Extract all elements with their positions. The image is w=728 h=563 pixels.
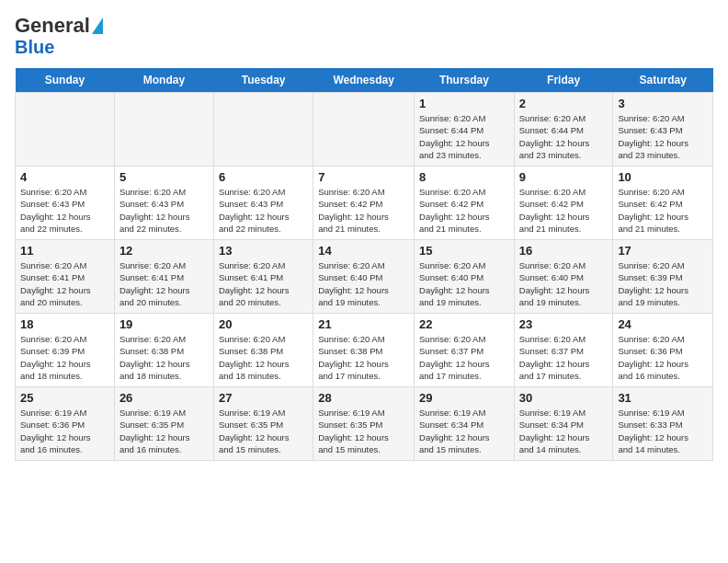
day-info: Sunrise: 6:19 AM Sunset: 6:34 PM Dayligh… xyxy=(519,407,609,455)
day-number: 11 xyxy=(20,244,109,258)
calendar-cell: 3Sunrise: 6:20 AM Sunset: 6:43 PM Daylig… xyxy=(613,93,713,167)
day-info: Sunrise: 6:20 AM Sunset: 6:41 PM Dayligh… xyxy=(219,259,308,308)
calendar-cell: 1Sunrise: 6:20 AM Sunset: 6:44 PM Daylig… xyxy=(415,93,515,167)
page-header: General Blue xyxy=(15,15,713,57)
day-number: 9 xyxy=(519,170,609,184)
day-number: 12 xyxy=(119,244,209,258)
calendar-week-row: 4Sunrise: 6:20 AM Sunset: 6:43 PM Daylig… xyxy=(16,167,713,240)
calendar-week-row: 11Sunrise: 6:20 AM Sunset: 6:41 PM Dayli… xyxy=(16,240,713,314)
day-info: Sunrise: 6:20 AM Sunset: 6:40 PM Dayligh… xyxy=(519,259,609,308)
calendar-cell: 11Sunrise: 6:20 AM Sunset: 6:41 PM Dayli… xyxy=(16,240,115,314)
col-sunday: Sunday xyxy=(16,68,115,93)
calendar-week-row: 1Sunrise: 6:20 AM Sunset: 6:44 PM Daylig… xyxy=(16,93,713,167)
calendar-cell: 13Sunrise: 6:20 AM Sunset: 6:41 PM Dayli… xyxy=(213,240,313,314)
logo-icon xyxy=(92,17,103,34)
calendar-cell: 9Sunrise: 6:20 AM Sunset: 6:42 PM Daylig… xyxy=(514,167,613,240)
day-number: 24 xyxy=(618,317,708,331)
day-number: 29 xyxy=(419,391,509,405)
day-number: 2 xyxy=(519,97,609,110)
calendar-table: Sunday Monday Tuesday Wednesday Thursday… xyxy=(15,68,713,461)
day-info: Sunrise: 6:20 AM Sunset: 6:37 PM Dayligh… xyxy=(419,333,509,382)
calendar-cell: 29Sunrise: 6:19 AM Sunset: 6:34 PM Dayli… xyxy=(415,387,515,461)
day-number: 28 xyxy=(318,391,409,405)
calendar-cell: 14Sunrise: 6:20 AM Sunset: 6:40 PM Dayli… xyxy=(313,240,415,314)
day-number: 20 xyxy=(219,317,308,331)
calendar-cell: 12Sunrise: 6:20 AM Sunset: 6:41 PM Dayli… xyxy=(114,240,213,314)
day-number: 14 xyxy=(318,244,409,258)
logo-text: General xyxy=(15,15,90,37)
day-info: Sunrise: 6:19 AM Sunset: 6:33 PM Dayligh… xyxy=(618,407,708,455)
day-info: Sunrise: 6:20 AM Sunset: 6:42 PM Dayligh… xyxy=(519,186,609,235)
calendar-cell: 31Sunrise: 6:19 AM Sunset: 6:33 PM Dayli… xyxy=(613,387,713,461)
col-friday: Friday xyxy=(514,68,613,93)
calendar-cell xyxy=(313,93,415,167)
day-number: 10 xyxy=(618,170,708,184)
day-info: Sunrise: 6:20 AM Sunset: 6:44 PM Dayligh… xyxy=(519,112,609,161)
calendar-cell: 27Sunrise: 6:19 AM Sunset: 6:35 PM Dayli… xyxy=(213,387,313,461)
day-number: 27 xyxy=(219,391,308,405)
day-number: 30 xyxy=(519,391,609,405)
calendar-cell: 5Sunrise: 6:20 AM Sunset: 6:43 PM Daylig… xyxy=(114,167,213,240)
day-number: 18 xyxy=(20,317,109,331)
day-number: 7 xyxy=(318,170,409,184)
calendar-cell: 8Sunrise: 6:20 AM Sunset: 6:42 PM Daylig… xyxy=(415,167,515,240)
day-number: 17 xyxy=(618,244,708,258)
col-wednesday: Wednesday xyxy=(313,68,415,93)
day-info: Sunrise: 6:20 AM Sunset: 6:39 PM Dayligh… xyxy=(20,333,109,382)
calendar-cell: 25Sunrise: 6:19 AM Sunset: 6:36 PM Dayli… xyxy=(16,387,115,461)
day-number: 3 xyxy=(618,97,708,110)
day-number: 4 xyxy=(20,170,109,184)
calendar-cell: 18Sunrise: 6:20 AM Sunset: 6:39 PM Dayli… xyxy=(16,314,115,387)
calendar-cell: 10Sunrise: 6:20 AM Sunset: 6:42 PM Dayli… xyxy=(613,167,713,240)
calendar-cell: 19Sunrise: 6:20 AM Sunset: 6:38 PM Dayli… xyxy=(114,314,213,387)
day-info: Sunrise: 6:20 AM Sunset: 6:40 PM Dayligh… xyxy=(318,259,409,308)
calendar-cell: 21Sunrise: 6:20 AM Sunset: 6:38 PM Dayli… xyxy=(313,314,415,387)
day-info: Sunrise: 6:20 AM Sunset: 6:42 PM Dayligh… xyxy=(318,186,409,235)
calendar-cell: 30Sunrise: 6:19 AM Sunset: 6:34 PM Dayli… xyxy=(514,387,613,461)
logo: General Blue xyxy=(15,15,103,57)
day-info: Sunrise: 6:20 AM Sunset: 6:38 PM Dayligh… xyxy=(318,333,409,382)
day-info: Sunrise: 6:20 AM Sunset: 6:43 PM Dayligh… xyxy=(119,186,209,235)
calendar-cell: 6Sunrise: 6:20 AM Sunset: 6:43 PM Daylig… xyxy=(213,167,313,240)
calendar-cell: 23Sunrise: 6:20 AM Sunset: 6:37 PM Dayli… xyxy=(514,314,613,387)
day-info: Sunrise: 6:19 AM Sunset: 6:34 PM Dayligh… xyxy=(419,407,509,455)
day-info: Sunrise: 6:20 AM Sunset: 6:38 PM Dayligh… xyxy=(119,333,209,382)
day-info: Sunrise: 6:20 AM Sunset: 6:41 PM Dayligh… xyxy=(20,259,109,308)
day-info: Sunrise: 6:20 AM Sunset: 6:40 PM Dayligh… xyxy=(419,259,509,308)
calendar-week-row: 18Sunrise: 6:20 AM Sunset: 6:39 PM Dayli… xyxy=(16,314,713,387)
calendar-cell: 20Sunrise: 6:20 AM Sunset: 6:38 PM Dayli… xyxy=(213,314,313,387)
day-info: Sunrise: 6:20 AM Sunset: 6:42 PM Dayligh… xyxy=(419,186,509,235)
day-number: 22 xyxy=(419,317,509,331)
day-info: Sunrise: 6:20 AM Sunset: 6:38 PM Dayligh… xyxy=(219,333,308,382)
col-monday: Monday xyxy=(114,68,213,93)
day-info: Sunrise: 6:20 AM Sunset: 6:39 PM Dayligh… xyxy=(618,259,708,308)
calendar-cell xyxy=(16,93,115,167)
calendar-cell: 17Sunrise: 6:20 AM Sunset: 6:39 PM Dayli… xyxy=(613,240,713,314)
day-number: 1 xyxy=(419,97,509,110)
calendar-cell: 4Sunrise: 6:20 AM Sunset: 6:43 PM Daylig… xyxy=(16,167,115,240)
calendar-cell xyxy=(114,93,213,167)
day-info: Sunrise: 6:20 AM Sunset: 6:43 PM Dayligh… xyxy=(618,112,708,161)
day-number: 16 xyxy=(519,244,609,258)
day-info: Sunrise: 6:20 AM Sunset: 6:37 PM Dayligh… xyxy=(519,333,609,382)
day-number: 5 xyxy=(119,170,209,184)
day-info: Sunrise: 6:20 AM Sunset: 6:43 PM Dayligh… xyxy=(219,186,308,235)
calendar-cell: 28Sunrise: 6:19 AM Sunset: 6:35 PM Dayli… xyxy=(313,387,415,461)
day-info: Sunrise: 6:19 AM Sunset: 6:35 PM Dayligh… xyxy=(318,407,409,455)
calendar-cell: 16Sunrise: 6:20 AM Sunset: 6:40 PM Dayli… xyxy=(514,240,613,314)
calendar-cell: 2Sunrise: 6:20 AM Sunset: 6:44 PM Daylig… xyxy=(514,93,613,167)
day-number: 26 xyxy=(119,391,209,405)
day-info: Sunrise: 6:20 AM Sunset: 6:43 PM Dayligh… xyxy=(20,186,109,235)
calendar-cell: 26Sunrise: 6:19 AM Sunset: 6:35 PM Dayli… xyxy=(114,387,213,461)
logo-blue: Blue xyxy=(15,37,54,57)
day-number: 31 xyxy=(618,391,708,405)
calendar-cell: 7Sunrise: 6:20 AM Sunset: 6:42 PM Daylig… xyxy=(313,167,415,240)
day-info: Sunrise: 6:20 AM Sunset: 6:36 PM Dayligh… xyxy=(618,333,708,382)
col-tuesday: Tuesday xyxy=(213,68,313,93)
header-row: Sunday Monday Tuesday Wednesday Thursday… xyxy=(16,68,713,93)
day-number: 13 xyxy=(219,244,308,258)
day-info: Sunrise: 6:20 AM Sunset: 6:42 PM Dayligh… xyxy=(618,186,708,235)
day-number: 23 xyxy=(519,317,609,331)
day-number: 19 xyxy=(119,317,209,331)
calendar-cell xyxy=(213,93,313,167)
